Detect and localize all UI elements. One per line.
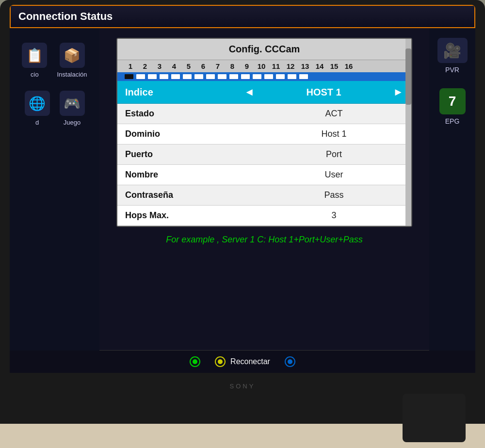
sidebar-item-juego[interactable]: 🎮 Juego [60,91,85,126]
tab-12[interactable]: 12 [283,62,298,70]
config-dialog: Config. CCCam 1 2 3 4 5 6 7 8 9 10 11 [116,38,412,227]
dot-4 [160,74,168,79]
dot-7 [194,74,203,79]
contrasena-row: Contraseña Pass [117,185,411,206]
sidebar-bottom-icons: 🌐 d 🎮 Juego [25,91,85,126]
tab-7[interactable]: 7 [210,62,225,70]
dot-12 [253,74,261,79]
dot-16 [299,74,308,79]
estado-value: ACT [264,109,404,119]
yellow-button[interactable] [215,356,226,367]
yellow-dot [218,359,223,364]
sidebar-top-icons: 📋 cio 📦 Instalación [22,43,87,78]
connection-status-title: Connection Status [18,10,113,23]
nombre-row: Nombre User [117,165,411,185]
dot-14 [276,74,285,79]
instalacion-icon: 📦 [60,43,85,68]
indice-row[interactable]: Indice ◄ HOST 1 ► [117,81,411,104]
dot-13 [264,74,273,79]
tab-4[interactable]: 4 [167,62,181,70]
tab-14[interactable]: 14 [312,62,327,70]
indice-label: Indice [125,87,244,98]
contrasena-label: Contraseña [125,190,264,200]
tab-11[interactable]: 11 [269,62,283,70]
dot-1 [125,74,133,79]
yellow-button-indicator: Reconectar [215,356,270,367]
estado-row: Estado ACT [117,104,411,124]
dominio-value: Host 1 [264,129,404,139]
button-bar: Reconectar [10,351,475,373]
juego-icon: 🎮 [60,91,85,116]
sidebar-right: 🎥 PVR 7 EPG [429,28,475,370]
nombre-value: User [264,170,404,180]
dot-9 [218,74,226,79]
sidebar-item-cio[interactable]: 📋 cio [22,43,47,78]
tab-6[interactable]: 6 [196,62,210,70]
green-button[interactable] [190,356,200,367]
tab-8[interactable]: 8 [225,62,240,70]
sidebar-item-world[interactable]: 🌐 d [25,91,50,126]
sidebar-item-instalacion[interactable]: 📦 Instalación [57,43,87,78]
connection-status-bar: Connection Status [10,5,475,28]
juego-label: Juego [64,119,81,126]
tab-13[interactable]: 13 [298,62,312,70]
tab-9[interactable]: 9 [240,62,254,70]
estado-label: Estado [125,109,264,119]
blue-button[interactable] [285,356,295,367]
hops-row: Hops Max. 3 [117,206,411,226]
epg-badge: 7 [439,88,466,114]
hops-value: 3 [264,210,404,221]
dot-10 [229,74,238,79]
tab-5[interactable]: 5 [181,62,196,70]
dominio-label: Dominio [125,129,264,139]
tab-10[interactable]: 10 [254,62,269,70]
tab-numbers-row: 1 2 3 4 5 6 7 8 9 10 11 12 13 14 [117,60,411,72]
tab-1[interactable]: 1 [123,62,138,70]
tab-16[interactable]: 16 [341,62,356,70]
dot-11 [241,74,250,79]
tv-screen: Connection Status 📋 cio 📦 Instalación [10,5,475,370]
dot-8 [206,74,215,79]
sidebar-left: 📋 cio 📦 Instalación 🌐 d 🎮 Ju [10,28,99,370]
green-button-indicator [190,356,200,367]
dialog-title: Config. CCCam [117,39,411,60]
reconnect-label: Reconectar [230,357,270,366]
world-label: d [35,119,39,126]
green-dot [193,359,197,364]
contrasena-value: Pass [264,190,404,200]
dot-2 [136,74,145,79]
pvr-icon: 🎥 [437,38,468,63]
arrow-left-icon[interactable]: ◄ [244,86,255,98]
arrow-right-icon[interactable]: ► [393,86,404,98]
tv-brand: SONY [230,383,256,390]
screen-content: 📋 cio 📦 Instalación 🌐 d 🎮 Ju [10,28,475,370]
cio-label: cio [31,71,39,78]
blue-dot [288,359,292,364]
tab-15[interactable]: 15 [327,62,341,70]
tab-2[interactable]: 2 [138,62,152,70]
blue-button-indicator [285,356,295,367]
dialog-scrollbar[interactable] [405,39,411,226]
hops-label: Hops Max. [125,210,264,221]
tv-unit: Connection Status 📋 cio 📦 Instalación [0,0,485,448]
sidebar-epg[interactable]: 7 EPG [439,88,466,125]
dot-5 [171,74,180,79]
dots-row [117,72,411,81]
nombre-label: Nombre [125,170,264,180]
instalacion-label: Instalación [57,71,87,78]
scrollbar-thumb [405,48,411,105]
sidebar-pvr[interactable]: 🎥 PVR [437,38,468,74]
pvr-label: PVR [445,66,459,74]
puerto-label: Puerto [125,149,264,160]
epg-label: EPG [445,117,460,125]
indice-value: HOST 1 [264,87,383,98]
cio-icon: 📋 [22,43,47,68]
center-area: Config. CCCam 1 2 3 4 5 6 7 8 9 10 11 [99,28,429,370]
puerto-value: Port [264,149,404,160]
puerto-row: Puerto Port [117,144,411,165]
speaker-right [403,394,466,442]
dot-15 [288,74,296,79]
example-text: For example , Server 1 C: Host 1+Port+Us… [166,235,363,245]
dot-3 [148,74,157,79]
tab-3[interactable]: 3 [152,62,167,70]
